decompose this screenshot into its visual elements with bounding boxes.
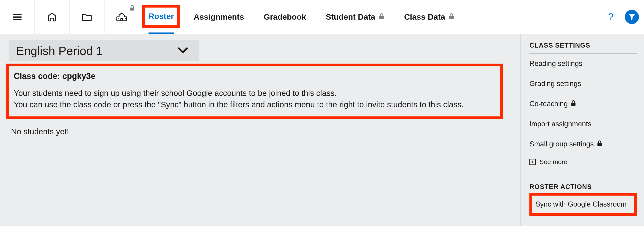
tab-label: Student Data xyxy=(326,12,375,21)
info-text-2: You can use the class code or press the … xyxy=(14,99,495,110)
see-more-label: See more xyxy=(540,158,567,166)
sidebar-item-label: Small group settings xyxy=(530,140,594,148)
folder-icon xyxy=(82,12,92,21)
sidebar-item-coteaching[interactable]: Co-teaching xyxy=(530,94,637,114)
info-text-1: Your students need to sign up using thei… xyxy=(14,87,495,99)
class-name: English Period 1 xyxy=(16,44,103,58)
top-nav: Roster Assignments Gradebook Student Dat… xyxy=(0,0,644,34)
content-area: English Period 1 Class code: cpgky3e You… xyxy=(0,34,520,226)
sidebar-item-import[interactable]: Import assignments xyxy=(530,114,637,134)
menu-button[interactable] xyxy=(0,0,35,34)
tab-assignments[interactable]: Assignments xyxy=(194,0,244,34)
lock-icon xyxy=(130,5,135,11)
folder-button[interactable] xyxy=(70,0,104,34)
sidebar-item-label: Import assignments xyxy=(530,120,592,128)
svg-rect-0 xyxy=(130,7,134,10)
filter-icon xyxy=(628,13,636,21)
home-button[interactable] xyxy=(35,0,70,34)
svg-rect-3 xyxy=(571,103,576,106)
nav-icon-group xyxy=(0,0,139,34)
help-icon: ? xyxy=(608,11,614,23)
nav-right: ? xyxy=(604,0,639,34)
sidebar: CLASS SETTINGS Reading settings Grading … xyxy=(520,34,644,226)
tab-label: Gradebook xyxy=(264,12,306,21)
lock-icon xyxy=(597,140,602,148)
tab-label: Assignments xyxy=(194,12,244,21)
class-code: Class code: cpgky3e xyxy=(14,71,495,81)
school-button[interactable] xyxy=(104,0,139,34)
tab-student-data[interactable]: Student Data xyxy=(326,0,384,34)
home-icon xyxy=(47,12,57,22)
class-selector[interactable]: English Period 1 xyxy=(9,40,199,61)
svg-rect-2 xyxy=(449,16,454,19)
tab-class-data[interactable]: Class Data xyxy=(404,0,454,34)
main-wrap: English Period 1 Class code: cpgky3e You… xyxy=(0,34,644,226)
lock-icon xyxy=(571,100,576,108)
sync-google-classroom[interactable]: Sync with Google Classroom xyxy=(530,193,637,216)
plus-icon: + xyxy=(530,159,536,165)
tab-label: Class Data xyxy=(404,12,445,21)
sidebar-item-smallgroup[interactable]: Small group settings xyxy=(530,134,637,154)
tab-roster[interactable]: Roster xyxy=(148,0,174,34)
sidebar-item-label: Grading settings xyxy=(530,80,581,88)
class-settings-list: Reading settings Grading settings Co-tea… xyxy=(530,54,637,154)
class-settings-heading: CLASS SETTINGS xyxy=(530,42,637,54)
lock-icon xyxy=(379,12,384,21)
no-students-label: No students yet! xyxy=(11,127,520,136)
tab-label: Roster xyxy=(148,12,174,21)
chevron-down-icon xyxy=(178,47,188,54)
sidebar-item-label: Co-teaching xyxy=(530,100,568,108)
roster-actions-heading: ROSTER ACTIONS xyxy=(530,183,637,191)
filter-button[interactable] xyxy=(625,10,639,24)
hamburger-icon xyxy=(13,14,22,20)
class-info-box: Class code: cpgky3e Your students need t… xyxy=(6,64,503,119)
svg-rect-1 xyxy=(379,16,384,19)
sidebar-item-reading[interactable]: Reading settings xyxy=(530,54,637,74)
lock-icon xyxy=(449,12,454,21)
sidebar-item-label: Reading settings xyxy=(530,59,582,68)
school-icon xyxy=(116,12,128,22)
sidebar-item-grading[interactable]: Grading settings xyxy=(530,74,637,94)
svg-rect-4 xyxy=(598,143,602,146)
tab-gradebook[interactable]: Gradebook xyxy=(264,0,306,34)
sync-label: Sync with Google Classroom xyxy=(535,200,626,208)
nav-tabs: Roster Assignments Gradebook Student Dat… xyxy=(139,0,454,34)
help-button[interactable]: ? xyxy=(604,10,618,24)
see-more-button[interactable]: + See more xyxy=(530,154,637,170)
